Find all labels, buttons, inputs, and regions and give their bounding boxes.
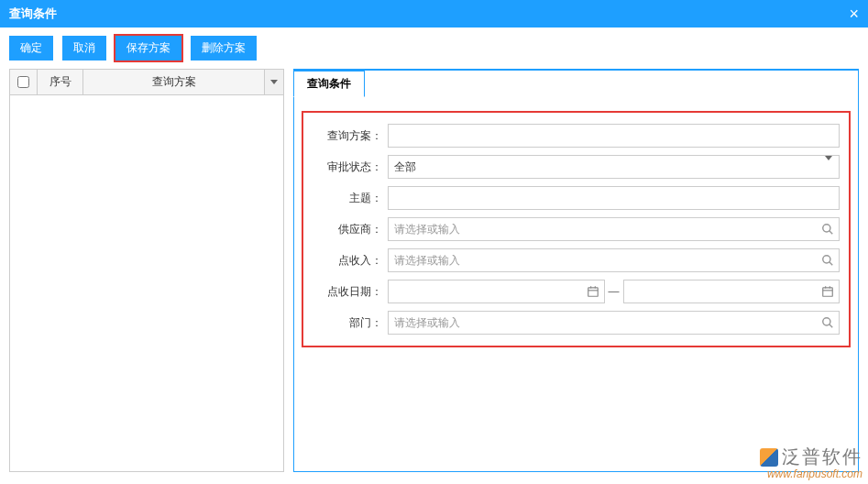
grid-header-plan: 查询方案 bbox=[83, 70, 265, 94]
supplier-label: 供应商： bbox=[313, 222, 388, 237]
date-from-input[interactable] bbox=[388, 280, 605, 303]
content-area: 序号 查询方案 查询条件 查询方案： 审批状态： bbox=[0, 69, 868, 481]
form-box: 查询方案： 审批状态： 主题： bbox=[302, 111, 851, 347]
date-label: 点收日期： bbox=[313, 284, 388, 300]
income-label: 点收入： bbox=[313, 253, 388, 269]
plan-input[interactable] bbox=[388, 124, 840, 148]
dept-input[interactable] bbox=[388, 311, 840, 335]
dialog-header: 查询条件 × bbox=[0, 0, 868, 28]
form-inner: 查询方案： 审批状态： 主题： bbox=[294, 98, 858, 360]
range-separator: — bbox=[609, 285, 620, 298]
form-panel: 查询条件 查询方案： 审批状态： bbox=[293, 69, 859, 472]
status-label: 审批状态： bbox=[313, 160, 388, 175]
grid-header: 序号 查询方案 bbox=[10, 70, 283, 95]
grid-header-checkbox bbox=[10, 70, 38, 94]
dept-label: 部门： bbox=[313, 315, 388, 331]
subject-input[interactable] bbox=[388, 186, 840, 210]
plan-grid: 序号 查询方案 bbox=[9, 69, 284, 472]
toolbar: 确定 取消 保存方案 删除方案 bbox=[0, 28, 868, 69]
delete-plan-button[interactable]: 删除方案 bbox=[191, 36, 257, 60]
close-icon[interactable]: × bbox=[849, 0, 859, 28]
supplier-input[interactable] bbox=[388, 217, 840, 241]
status-select[interactable] bbox=[388, 155, 840, 179]
grid-header-dropdown[interactable] bbox=[265, 70, 283, 94]
date-to-input[interactable] bbox=[623, 280, 841, 303]
cancel-button[interactable]: 取消 bbox=[62, 36, 106, 60]
select-all-checkbox[interactable] bbox=[17, 76, 29, 88]
save-plan-button[interactable]: 保存方案 bbox=[115, 36, 181, 60]
dialog-title: 查询条件 bbox=[9, 0, 57, 28]
ok-button[interactable]: 确定 bbox=[9, 36, 53, 60]
grid-header-seq: 序号 bbox=[38, 70, 83, 94]
tab-query-conditions[interactable]: 查询条件 bbox=[293, 70, 365, 97]
income-input[interactable] bbox=[388, 248, 840, 272]
plan-label: 查询方案： bbox=[313, 128, 388, 144]
subject-label: 主题： bbox=[313, 191, 388, 206]
chevron-down-icon bbox=[270, 80, 278, 84]
